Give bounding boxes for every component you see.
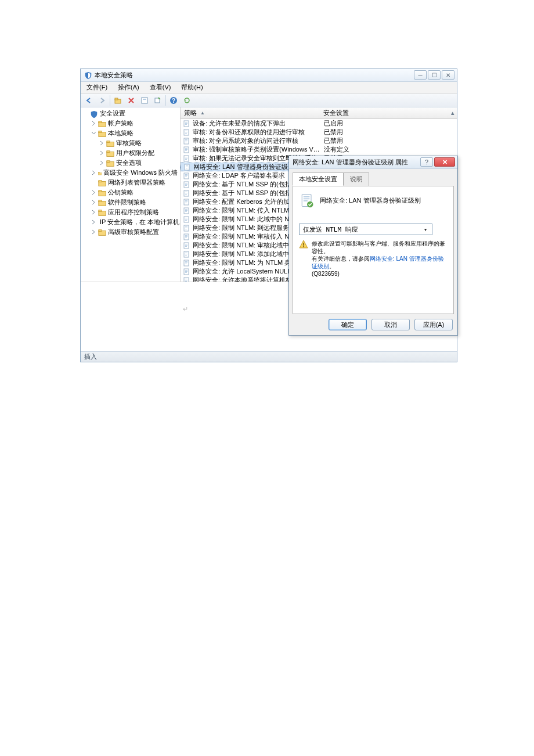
svg-rect-62: [185, 185, 187, 186]
svg-rect-37: [185, 132, 187, 132]
policy-item-icon: [183, 259, 191, 267]
folder-icon: [106, 140, 114, 147]
twisty-closed-icon[interactable]: [99, 160, 104, 165]
tree-label: 网络列表管理器策略: [108, 178, 165, 187]
svg-rect-57: [185, 175, 187, 176]
help-button[interactable]: ?: [168, 95, 179, 106]
status-mode: 插入: [84, 352, 97, 361]
forward-button[interactable]: [96, 95, 108, 106]
menu-help[interactable]: 帮助(H): [178, 82, 206, 93]
twisty-closed-icon[interactable]: [91, 121, 96, 126]
tree-item[interactable]: 高级安全 Windows 防火墙: [81, 168, 180, 178]
auth-level-select[interactable]: 仅发送 NTLM 响应 ▾: [299, 224, 432, 235]
menu-action[interactable]: 操作(A): [114, 82, 143, 93]
policy-setting: 已禁用: [320, 136, 457, 145]
tree-item[interactable]: 应用程序控制策略: [81, 207, 180, 217]
twisty-closed-icon[interactable]: [91, 210, 96, 215]
twisty-closed-icon[interactable]: [99, 150, 104, 156]
menu-view[interactable]: 查看(V): [146, 82, 175, 93]
tree-item[interactable]: 帐户策略: [81, 118, 180, 128]
svg-rect-49: [185, 158, 187, 159]
properties-dialog: 网络安全: LAN 管理器身份验证级别 属性 ? ✕ 本地安全设置 说明 网络安…: [288, 156, 458, 336]
twisty-closed-icon[interactable]: [91, 200, 96, 205]
tree-item[interactable]: IP 安全策略，在 本地计算机: [81, 217, 180, 227]
maximize-button[interactable]: ☐: [428, 70, 441, 80]
policy-row[interactable]: 审核: 对备份和还原权限的使用进行审核已禁用: [181, 128, 457, 136]
svg-rect-65: [185, 193, 187, 193]
svg-rect-96: [185, 261, 187, 262]
svg-rect-12: [107, 141, 110, 142]
back-button[interactable]: [83, 95, 95, 106]
apply-button[interactable]: 应用(A): [414, 319, 453, 330]
svg-rect-77: [185, 219, 187, 219]
svg-rect-52: [186, 165, 188, 166]
tree-label: 帐户策略: [108, 119, 134, 128]
policy-row[interactable]: 审核: 强制审核策略子类别设置(Windows Vista 或更高版本...没有…: [181, 145, 457, 154]
tree-item[interactable]: 网络列表管理器策略: [81, 178, 180, 188]
tree-item[interactable]: 高级审核策略配置: [81, 227, 180, 237]
ok-button[interactable]: 确定: [329, 319, 367, 330]
svg-rect-16: [107, 160, 110, 162]
svg-rect-72: [185, 209, 187, 210]
tree-label: 安全设置: [100, 109, 125, 118]
tree-root[interactable]: 安全设置: [81, 109, 180, 118]
delete-button[interactable]: [125, 95, 137, 106]
policy-name: 审核: 对全局系统对象的访问进行审核: [193, 136, 320, 145]
twisty-closed-icon[interactable]: [91, 190, 96, 195]
refresh-button[interactable]: [181, 95, 193, 106]
twisty-closed-icon[interactable]: [91, 229, 96, 235]
svg-rect-1: [115, 98, 118, 100]
svg-rect-88: [185, 244, 187, 244]
up-button[interactable]: [112, 95, 124, 106]
twisty-closed-icon[interactable]: [91, 170, 96, 175]
tree-item[interactable]: 软件限制策略: [81, 197, 180, 207]
column-policy[interactable]: 策略 ▲: [181, 109, 320, 117]
policy-item-icon: [183, 233, 191, 241]
policy-row[interactable]: 审核: 对全局系统对象的访问进行审核已禁用: [181, 136, 457, 145]
svg-rect-117: [304, 199, 310, 200]
svg-rect-50: [185, 159, 187, 160]
svg-rect-24: [99, 200, 102, 201]
column-setting[interactable]: 安全设置: [320, 109, 449, 117]
folder-icon: [98, 130, 106, 137]
list-header[interactable]: 策略 ▲ 安全设置 ▴: [181, 107, 457, 119]
dialog-buttons: 确定 取消 应用(A): [289, 318, 457, 335]
twisty-closed-icon[interactable]: [91, 219, 96, 225]
properties-button[interactable]: [139, 95, 150, 106]
tree-pane[interactable]: 安全设置帐户策略本地策略审核策略用户权限分配安全选项高级安全 Windows 防…: [81, 107, 181, 282]
policy-row[interactable]: 设备: 允许在未登录的情况下弹出已启用: [181, 119, 457, 128]
twisty-open-icon[interactable]: [91, 131, 96, 136]
svg-rect-30: [99, 229, 102, 231]
tree-item[interactable]: 审核策略: [81, 138, 180, 148]
cancel-button[interactable]: 取消: [371, 319, 410, 330]
twisty-closed-icon[interactable]: [91, 180, 96, 185]
policy-item-icon: [183, 268, 191, 276]
tree-item[interactable]: 安全选项: [81, 158, 180, 168]
svg-rect-54: [186, 168, 187, 168]
folder-icon: [98, 120, 106, 127]
dialog-tabs: 本地安全设置 说明: [289, 169, 457, 186]
svg-rect-36: [185, 131, 187, 131]
svg-rect-46: [185, 150, 187, 151]
menu-file[interactable]: 文件(F): [83, 82, 111, 93]
folder-icon: [98, 189, 106, 196]
svg-rect-76: [185, 218, 187, 218]
twisty-closed-icon[interactable]: [99, 141, 104, 146]
minimize-button[interactable]: ─: [414, 70, 427, 80]
dialog-titlebar[interactable]: 网络安全: LAN 管理器身份验证级别 属性 ? ✕: [289, 156, 457, 169]
svg-rect-44: [185, 148, 187, 149]
dialog-help-button[interactable]: ?: [420, 157, 433, 167]
svg-rect-22: [99, 190, 102, 192]
scroll-up-icon[interactable]: ▴: [449, 109, 457, 117]
tab-local-setting[interactable]: 本地安全设置: [293, 172, 344, 186]
tab-explain[interactable]: 说明: [344, 172, 369, 186]
policy-item-icon: [183, 172, 191, 180]
close-button[interactable]: ✕: [442, 70, 454, 80]
tree-item[interactable]: 本地策略: [81, 128, 180, 138]
folder-icon: [106, 150, 114, 157]
tree-item[interactable]: 公钥策略: [81, 188, 180, 197]
dialog-close-button[interactable]: ✕: [434, 157, 455, 167]
export-button[interactable]: [152, 95, 164, 106]
titlebar[interactable]: 本地安全策略 ─ ☐ ✕: [81, 69, 457, 82]
tree-item[interactable]: 用户权限分配: [81, 148, 180, 158]
